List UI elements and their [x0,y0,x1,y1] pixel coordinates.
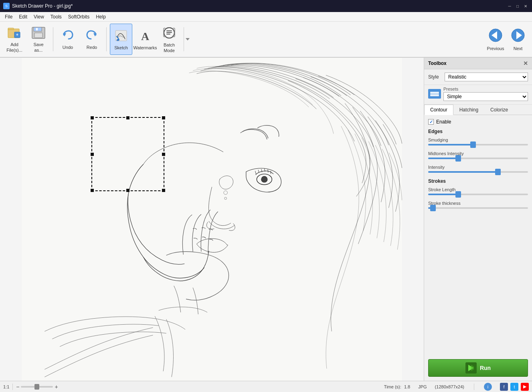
svg-marker-15 [186,38,190,40]
midtones-label: Midtones Intensity [428,151,528,156]
toolbox-panel: Toolbox ✕ Style Realistic Simple Detaile… [424,58,532,381]
svg-rect-10 [115,30,127,41]
menu-edit[interactable]: Edit [16,12,30,21]
presets-row: Presets Simple Standard Detailed [424,85,532,105]
midtones-fill [428,158,458,159]
intensity-thumb[interactable] [495,169,501,175]
titlebar-controls[interactable]: ─ □ ✕ [506,3,529,9]
toolbox-close-button[interactable]: ✕ [523,60,528,67]
stroke-length-thumb[interactable] [455,191,461,198]
info-icon[interactable]: i [484,383,492,391]
zoom-thumb[interactable] [34,384,39,390]
stroke-length-track[interactable] [428,194,528,195]
add-files-button[interactable]: + Add File(s)... [3,24,26,55]
facebook-icon[interactable]: f [500,383,508,391]
redo-icon [85,29,99,44]
titlebar-left: S Sketch Drawer Pro - girl.jpg* [3,3,73,9]
run-icon [465,362,477,374]
stroke-thickness-track[interactable] [428,207,528,209]
minimize-button[interactable]: ─ [506,3,513,9]
style-row: Style Realistic Simple Detailed Cartoon [424,69,532,85]
svg-text:+: + [16,32,18,37]
toolbox-title: Toolbox [428,61,447,66]
main-content: Toolbox ✕ Style Realistic Simple Detaile… [0,58,532,381]
watermarks-button[interactable]: A Watermarks [134,24,156,55]
menu-tools[interactable]: Tools [47,12,65,21]
tab-hatching[interactable]: Hatching [453,105,484,115]
presets-icon-inner [430,92,439,96]
smudging-slider-row: Smudging [428,137,528,145]
svg-rect-20 [22,58,402,381]
style-select[interactable]: Realistic Simple Detailed Cartoon [445,73,528,81]
statusbar-left: 1:1 − + [3,384,58,390]
toolbar-sep1 [53,27,53,51]
svg-rect-1 [8,28,14,30]
maximize-button[interactable]: □ [514,3,521,9]
menu-file[interactable]: File [2,12,16,21]
undo-button[interactable]: Undo [57,24,79,55]
tab-contour[interactable]: Contour [424,105,453,115]
menu-softorbits[interactable]: SoftOrbits [65,12,93,21]
menu-view[interactable]: View [30,12,47,21]
presets-select[interactable]: Simple Standard Detailed [443,92,528,101]
run-button[interactable]: Run [428,359,528,377]
dimensions-display: (1280x877x24) [435,384,464,389]
sketch-button[interactable]: Sketch [110,24,132,55]
app-icon: S [3,3,10,9]
svg-point-22 [261,176,267,182]
previous-label: Previous [487,46,504,51]
save-as-label2: as... [34,48,43,53]
previous-arrow-icon [488,28,503,45]
previous-button[interactable]: Previous [485,24,506,55]
preset-line-3 [430,95,439,96]
canvas-area[interactable] [0,58,424,381]
preset-line-1 [430,92,439,93]
stroke-thickness-slider-row: Stroke thickness [428,201,528,209]
intensity-label: Intensity [428,165,528,170]
enable-label: Enable [436,119,451,125]
time-label: Time (s): [384,384,401,389]
presets-icon [428,89,441,99]
midtones-slider-row: Midtones Intensity [428,151,528,159]
stroke-length-label: Stroke Length [428,187,528,192]
sketch-image [0,58,424,381]
nav-buttons: Previous Next [485,24,529,55]
next-arrow-icon [511,28,525,45]
youtube-icon[interactable]: ▶ [521,383,529,391]
midtones-thumb[interactable] [455,155,461,162]
smudging-fill [428,144,473,145]
intensity-fill [428,171,498,173]
next-button[interactable]: Next [507,24,529,55]
zoom-in-button[interactable]: + [55,384,58,390]
stroke-thickness-thumb[interactable] [430,205,436,211]
smudging-thumb[interactable] [470,141,476,148]
redo-label: Redo [87,45,97,50]
status-sep2 [474,384,474,390]
intensity-track[interactable] [428,171,528,173]
save-as-icon [31,26,46,41]
zoom-track[interactable] [21,386,53,388]
social-icons: f t ▶ [500,383,529,391]
sketch-icon [114,29,128,44]
tabs-row: Contour Hatching Colorize [424,105,532,115]
zoom-level: 1:1 [3,384,9,389]
close-button[interactable]: ✕ [522,3,529,9]
enable-checkbox[interactable] [428,119,434,125]
save-as-button[interactable]: Save as... [27,24,50,55]
next-label: Next [514,46,523,51]
format-display: JPG [418,384,427,389]
stroke-thickness-label: Stroke thickness [428,201,528,206]
smudging-track[interactable] [428,144,528,145]
zoom-out-button[interactable]: − [16,384,19,390]
redo-button[interactable]: Redo [81,24,103,55]
tab-content-area: Enable Edges Smudging Midtones Intensity [424,115,532,355]
add-files-label2: File(s)... [6,48,22,53]
tab-colorize[interactable]: Colorize [484,105,514,115]
midtones-track[interactable] [428,158,528,159]
twitter-icon[interactable]: t [510,383,518,391]
add-files-label: Add [10,42,18,47]
menu-help[interactable]: Help [93,12,109,21]
time-display: Time (s): 1.8 [384,384,410,389]
stroke-length-slider-row: Stroke Length [428,187,528,195]
batch-mode-button[interactable]: Batch Mode [158,24,180,55]
